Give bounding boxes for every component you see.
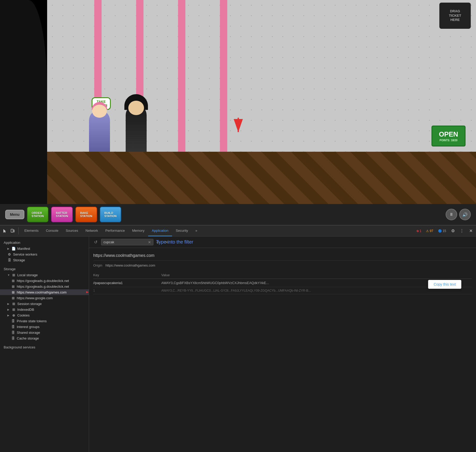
game-wall [47, 0, 476, 152]
tab-more[interactable]: » [192, 225, 201, 236]
game-area: Drag Ticket Here Take Order [0, 0, 476, 225]
char-face-2 [128, 101, 144, 115]
session-storage-icon: ⊞ [12, 302, 16, 306]
device-toolbar-icon[interactable] [9, 227, 16, 235]
storage-url-heading: https://www.coolmathgames.com [93, 251, 472, 261]
copy-tooltip[interactable]: Copy this text [428, 280, 461, 289]
sidebar-item-local-storage[interactable]: ▼ ⊞ Local storage [0, 272, 89, 278]
open-sign-text: OPEN [439, 130, 458, 138]
interest-groups-icon: 🗄 [11, 325, 15, 329]
filter-close-button[interactable]: ✕ [163, 239, 170, 246]
filter-bar: ↺ ✕ Type into the filter ⊘ ✕ [89, 236, 476, 248]
origin-row: Origin https://www.coolmathgames.com [93, 263, 472, 267]
shared-storage-label: Shared storage [17, 331, 40, 335]
sound-button[interactable]: 🔊 [459, 209, 471, 220]
filter-regex-button[interactable]: ⊘ [154, 239, 161, 246]
devtools-body: Application ▶ 📄 Manifest ⚙ Service worke… [0, 236, 476, 452]
session-storage-arrow: ▶ [7, 302, 10, 305]
error-count: 1 [420, 229, 422, 233]
sidebar-spacer [0, 263, 89, 265]
sidebar-item-interest-groups[interactable]: 🗄 Interest groups [0, 324, 89, 330]
googleads-1-icon: ⊞ [11, 279, 15, 283]
table-header: Key Value [93, 272, 472, 279]
tab-network[interactable]: Network [82, 225, 102, 236]
warning-badge[interactable]: ⚠ 97 [424, 229, 435, 233]
sidebar-item-google[interactable]: ⊞ https://www.google.com [0, 295, 89, 301]
pink-strip-3 [178, 0, 185, 152]
error-icon: ⊗ [416, 229, 419, 233]
tab-memory[interactable]: Memory [129, 225, 148, 236]
info-count: 15 [443, 229, 446, 233]
sidebar-item-indexeddb[interactable]: ▶ ⊞ IndexedDB [0, 307, 89, 312]
content-area: https://www.coolmathgames.com Origin htt… [89, 248, 476, 452]
sidebar-item-storage[interactable]: 🗄 Storage [0, 257, 89, 263]
sidebar-item-coolmathgames[interactable]: ⊞ https://www.coolmathgames.com [0, 289, 89, 295]
error-badge[interactable]: ⊗ 1 [415, 229, 423, 233]
sidebar-item-googleads-2[interactable]: ⊞ https://googleads.g.doubleclick.net [0, 284, 89, 289]
inspect-element-icon[interactable] [2, 227, 9, 235]
drag-ticket-area[interactable]: Drag Ticket Here [439, 3, 471, 29]
batter-station-button[interactable]: BatterStation [51, 207, 73, 222]
filter-input-wrapper: ✕ Type into the filter [101, 239, 152, 245]
game-left-wall [0, 0, 47, 225]
filter-clear-button[interactable]: ✕ [147, 239, 152, 245]
sidebar-item-private-state-tokens[interactable]: 🗄 Private state tokens [0, 318, 89, 324]
storage-section-title: Storage [0, 265, 89, 272]
bake-station-label: BakeStation [80, 211, 92, 218]
info-badge[interactable]: 🔵 15 [436, 229, 448, 233]
sidebar-item-googleads-1[interactable]: ⊞ https://googleads.g.doubleclick.net [0, 278, 89, 284]
devtools-panel: Elements Console Sources Network Perform… [0, 225, 476, 452]
info-icon: 🔵 [438, 229, 442, 233]
menu-button[interactable]: Menu [5, 210, 24, 219]
game-room: Drag Ticket Here Take Order [47, 0, 476, 204]
order-station-button[interactable]: OrderStation [27, 207, 49, 222]
pink-strip-4 [220, 0, 227, 152]
bottom-value-cell: AWAY3,C...REYB-YYll...FLlHUGC0...LlAL-GY… [161, 289, 472, 292]
table-row[interactable]: //papascupcakeria1 AWAY3,CgsBFXBsYXllcm5… [93, 279, 472, 287]
pause-button[interactable]: ⏸ [446, 209, 457, 220]
google-label: https://www.google.com [17, 296, 53, 300]
indexeddb-label: IndexedDB [17, 308, 34, 312]
sidebar-item-session-storage[interactable]: ▶ ⊞ Session storage [0, 301, 89, 307]
tab-console[interactable]: Console [42, 225, 62, 236]
local-storage-label: Local storage [17, 273, 38, 277]
sidebar-item-cookies[interactable]: ▶ ⊕ Cookies [0, 312, 89, 318]
filter-placeholder-annotation: Type into the filter [156, 239, 193, 245]
private-state-tokens-label: Private state tokens [17, 319, 47, 323]
more-options-icon[interactable]: ⋮ [458, 227, 466, 235]
sidebar-item-service-workers[interactable]: ⚙ Service workers [0, 251, 89, 257]
open-sign: OPEN POINTS: 18/20 [431, 126, 466, 146]
game-bottom-bar: Menu OrderStation BatterStation BakeStat… [0, 204, 476, 225]
game-background: Drag Ticket Here Take Order [0, 0, 476, 225]
service-workers-icon: ⚙ [7, 252, 12, 256]
application-section-title: Application [0, 239, 89, 246]
origin-value: https://www.coolmathgames.com [106, 263, 155, 267]
filter-input[interactable] [101, 239, 153, 245]
origin-label: Origin [93, 263, 102, 267]
googleads-1-label: https://googleads.g.doubleclick.net [17, 279, 69, 283]
session-storage-label: Session storage [17, 302, 42, 306]
manifest-icon: 📄 [12, 246, 16, 251]
sidebar-item-manifest[interactable]: ▶ 📄 Manifest [0, 246, 89, 251]
tab-elements[interactable]: Elements [21, 225, 42, 236]
order-station-label: OrderStation [32, 211, 44, 218]
interest-groups-label: Interest groups [17, 325, 40, 329]
sidebar-item-shared-storage[interactable]: 🗄 Shared storage [0, 330, 89, 335]
tab-performance[interactable]: Performance [102, 225, 128, 236]
sidebar-item-cache-storage[interactable]: 🗄 Cache storage [0, 335, 89, 341]
tab-security[interactable]: Security [172, 225, 192, 236]
build-station-label: BuildStation [104, 211, 117, 218]
indexeddb-icon: ⊞ [12, 307, 16, 312]
settings-icon[interactable]: ⚙ [449, 227, 457, 235]
close-devtools-icon[interactable]: ✕ [467, 227, 474, 235]
refresh-button[interactable]: ↺ [92, 239, 99, 246]
bake-station-button[interactable]: BakeStation [75, 207, 97, 222]
cookies-label: Cookies [17, 313, 30, 317]
red-arrow-sidebar [86, 288, 89, 296]
toolbar-right: ⊗ 1 ⚠ 97 🔵 15 ⚙ ⋮ ✕ [415, 227, 474, 235]
storage-icon: 🗄 [7, 258, 12, 262]
build-station-button[interactable]: BuildStation [100, 207, 121, 222]
value-column-header: Value [161, 273, 472, 277]
tab-application[interactable]: Application [148, 225, 172, 236]
tab-sources[interactable]: Sources [62, 225, 82, 236]
